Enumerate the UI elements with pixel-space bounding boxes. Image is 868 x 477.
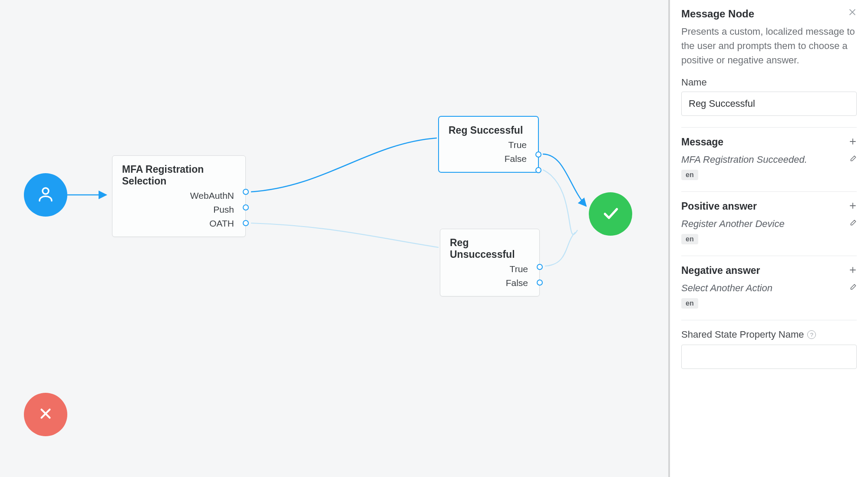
divider [681,320,857,320]
message-section-title: Message [681,136,723,148]
pencil-icon [849,157,857,164]
node-title: MFA Registration Selection [122,164,236,187]
port-true[interactable] [537,264,543,270]
add-message-button[interactable] [849,138,857,147]
node-reg-unsuccessful[interactable]: Reg Unsuccessful True False [440,229,540,296]
add-negative-button[interactable] [849,266,857,276]
panel-title: Message Node [681,8,754,20]
edge-regsuccess-true-to-success [543,154,586,206]
negative-value: Select Another Action [681,283,772,294]
failure-node[interactable] [24,393,67,436]
svg-point-0 [43,188,49,194]
name-input[interactable] [681,92,857,116]
port-push[interactable] [243,204,249,211]
message-value: MFA Registration Succeeded. [681,154,807,165]
outcome-true[interactable]: True [450,264,530,274]
edge-mfa-webauthn-to-regsuccess [251,138,437,192]
outcome-true[interactable]: True [449,140,528,150]
flow-canvas[interactable]: MFA Registration Selection WebAuthN Push… [0,0,668,477]
edge-regfail-true [545,232,575,266]
panel-close-button[interactable] [848,8,857,18]
node-mfa-registration-selection[interactable]: MFA Registration Selection WebAuthN Push… [112,155,246,237]
add-positive-button[interactable] [849,202,857,211]
start-node[interactable] [24,173,67,217]
node-reg-successful[interactable]: Reg Successful True False [439,116,538,172]
close-icon [37,405,54,424]
message-lang-badge: en [681,170,698,180]
port-false[interactable] [535,167,541,173]
outcome-webauthn[interactable]: WebAuthN [122,191,236,201]
node-title: Reg Successful [449,125,528,136]
pencil-icon [849,221,857,228]
port-true[interactable] [535,151,541,158]
edit-message-button[interactable] [849,155,857,164]
properties-panel: Message Node Presents a custom, localize… [668,0,868,477]
outcome-push[interactable]: Push [122,204,236,215]
outcome-false[interactable]: False [450,278,530,288]
name-label: Name [681,77,857,88]
pencil-icon [849,285,857,293]
node-title: Reg Unsuccessful [450,237,530,260]
divider [681,127,857,128]
edge-layer [0,0,669,477]
divider [681,191,857,192]
help-icon[interactable]: ? [807,330,816,339]
plus-icon [849,137,857,148]
edge-regsuccess-false [543,170,578,234]
positive-section-title: Positive answer [681,201,757,212]
panel-description: Presents a custom, localized message to … [681,24,857,67]
positive-lang-badge: en [681,234,698,244]
plus-icon [849,201,857,212]
person-icon [36,185,55,205]
port-false[interactable] [537,280,543,286]
plus-icon [849,265,857,276]
shared-state-input[interactable] [681,345,857,369]
divider [681,256,857,256]
port-oath[interactable] [243,220,249,226]
edit-positive-button[interactable] [849,219,857,229]
port-webauthn[interactable] [243,189,249,195]
negative-section-title: Negative answer [681,265,760,276]
success-node[interactable] [589,192,632,236]
edge-mfa-oath-to-regfail [251,223,439,247]
outcome-oath[interactable]: OATH [122,218,236,229]
negative-lang-badge: en [681,298,698,309]
edit-negative-button[interactable] [849,283,857,293]
shared-state-label: Shared State Property Name [681,329,804,340]
close-icon [848,8,857,19]
check-icon [601,204,620,224]
positive-value: Register Another Device [681,218,785,230]
outcome-false[interactable]: False [449,154,528,164]
